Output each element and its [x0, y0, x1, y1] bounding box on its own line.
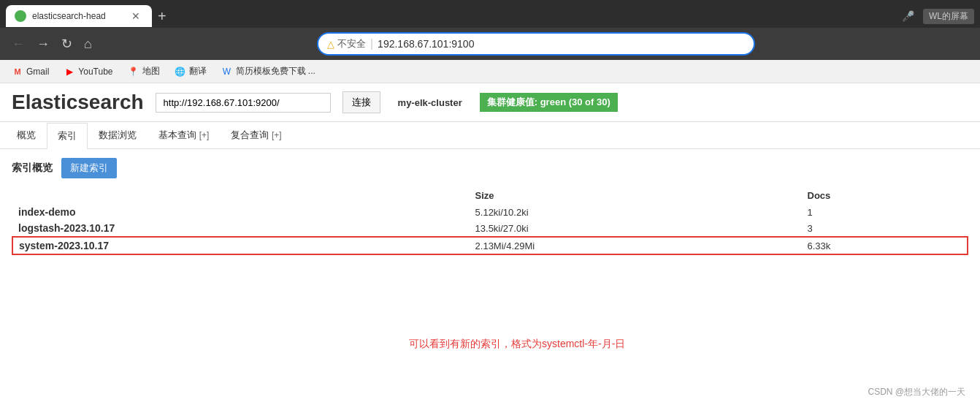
tab-title: elasticsearch-head	[32, 11, 123, 21]
compound-query-plus: [+]	[272, 130, 282, 140]
youtube-icon: ▶	[64, 66, 75, 77]
bookmark-translate-label: 翻译	[189, 65, 207, 77]
tab-close-button[interactable]: ✕	[129, 9, 143, 23]
col-name	[12, 187, 470, 204]
index-header: 索引概览 新建索引	[12, 158, 968, 178]
table-row: logstash-2023.10.17 13.5ki/27.0ki 3	[12, 220, 968, 237]
bookmark-youtube-label: YouTube	[78, 67, 112, 77]
tab-overview[interactable]: 概览	[6, 122, 47, 148]
col-docs: Docs	[802, 187, 968, 204]
mic-icon: 🎤	[902, 10, 914, 22]
tab-bar: elasticsearch-head ✕ + 🎤 WL的屏幕	[0, 0, 980, 28]
es-health-badge: 集群健康值: green (30 of 30)	[480, 93, 618, 112]
csdn-watermark: CSDN @想当大佬的一天	[868, 386, 965, 398]
bookmark-gmail-label: Gmail	[26, 67, 49, 77]
bookmark-youtube[interactable]: ▶ YouTube	[58, 64, 118, 80]
window-controls: 🎤 WL的屏幕	[902, 9, 974, 24]
forward-button[interactable]: →	[34, 34, 53, 55]
col-size: Size	[470, 187, 802, 204]
index-size-cell: 5.12ki/10.2ki	[470, 204, 802, 220]
tab-data-browser[interactable]: 数据浏览	[88, 122, 148, 148]
nav-tabs: 概览 索引 数据浏览 基本查询 [+] 复合查询 [+]	[0, 122, 980, 149]
index-name: index-demo	[18, 206, 76, 218]
index-section-title: 索引概览	[12, 162, 53, 175]
address-bar-row: ← → ↻ ⌂ △ 不安全 | 192.168.67.101:9100	[0, 28, 980, 60]
browser-tab[interactable]: elasticsearch-head ✕	[6, 5, 152, 27]
index-size-cell: 13.5ki/27.0ki	[470, 220, 802, 237]
back-button[interactable]: ←	[9, 34, 28, 55]
address-separator: |	[370, 37, 373, 50]
translate-icon: 🌐	[175, 66, 186, 77]
index-table: Size Docs index-demo 5.12ki/10.2ki 1	[12, 187, 968, 255]
tab-compound-query[interactable]: 复合查询 [+]	[220, 122, 292, 148]
bookmarks-bar: M Gmail ▶ YouTube 📍 地图 🌐 翻译 W 简历模板免费下载 .…	[0, 60, 980, 83]
es-header: Elasticsearch 连接 my-elk-cluster 集群健康值: g…	[0, 83, 980, 122]
index-name-cell: system-2023.10.17	[12, 237, 470, 254]
index-docs-cell: 1	[802, 204, 968, 220]
annotation-text: 可以看到有新的索引，格式为systemctl-年-月-日	[409, 338, 625, 351]
table-row: system-2023.10.17 2.13Mi/4.29Mi 6.33k	[12, 237, 968, 254]
address-bar[interactable]: △ 不安全 | 192.168.67.101:9100	[317, 32, 755, 56]
page-content: Elasticsearch 连接 my-elk-cluster 集群健康值: g…	[0, 83, 980, 264]
index-docs-cell: 6.33k	[802, 237, 968, 254]
es-url-input[interactable]	[156, 93, 331, 113]
refresh-button[interactable]: ↻	[58, 33, 75, 55]
new-tab-button[interactable]: +	[158, 8, 166, 25]
bookmark-translate[interactable]: 🌐 翻译	[169, 63, 213, 80]
index-size-cell: 2.13Mi/4.29Mi	[470, 237, 802, 254]
new-index-button[interactable]: 新建索引	[61, 158, 117, 178]
page-wrapper: elasticsearch-head ✕ + 🎤 WL的屏幕 ← → ↻ ⌂ △…	[0, 0, 980, 413]
tab-favicon	[15, 10, 26, 22]
warning-icon: △	[327, 39, 334, 50]
bookmark-gmail[interactable]: M Gmail	[6, 64, 55, 80]
es-logo: Elasticsearch	[12, 91, 144, 114]
browser-chrome: elasticsearch-head ✕ + 🎤 WL的屏幕 ← → ↻ ⌂ △…	[0, 0, 980, 83]
home-button[interactable]: ⌂	[81, 34, 95, 55]
bookmark-maps[interactable]: 📍 地图	[122, 63, 166, 80]
table-row: index-demo 5.12ki/10.2ki 1	[12, 204, 968, 220]
svg-point-0	[17, 12, 24, 20]
bookmark-maps-label: 地图	[142, 65, 160, 77]
tab-basic-query[interactable]: 基本查询 [+]	[148, 122, 220, 148]
es-cluster-name: my-elk-cluster	[398, 97, 462, 108]
index-name-cell: logstash-2023.10.17	[12, 220, 470, 237]
maps-icon: 📍	[128, 66, 139, 77]
index-name: system-2023.10.17	[19, 240, 109, 251]
index-name-cell: index-demo	[12, 204, 470, 220]
index-name: logstash-2023.10.17	[18, 222, 115, 234]
bookmark-resume[interactable]: W 简历模板免费下载 ...	[215, 63, 321, 80]
index-section: 索引概览 新建索引 Size Docs index-demo	[0, 149, 980, 264]
bookmark-resume-label: 简历模板免费下载 ...	[236, 65, 315, 77]
insecure-label: 不安全	[337, 37, 366, 50]
gmail-icon: M	[12, 66, 23, 77]
screen-label: WL的屏幕	[923, 9, 974, 24]
index-docs-cell: 3	[802, 220, 968, 237]
es-connect-button[interactable]: 连接	[342, 91, 380, 113]
tab-index[interactable]: 索引	[47, 123, 88, 149]
address-url: 192.168.67.101:9100	[378, 38, 745, 50]
basic-query-plus: [+]	[199, 130, 210, 140]
resume-icon: W	[221, 66, 233, 77]
